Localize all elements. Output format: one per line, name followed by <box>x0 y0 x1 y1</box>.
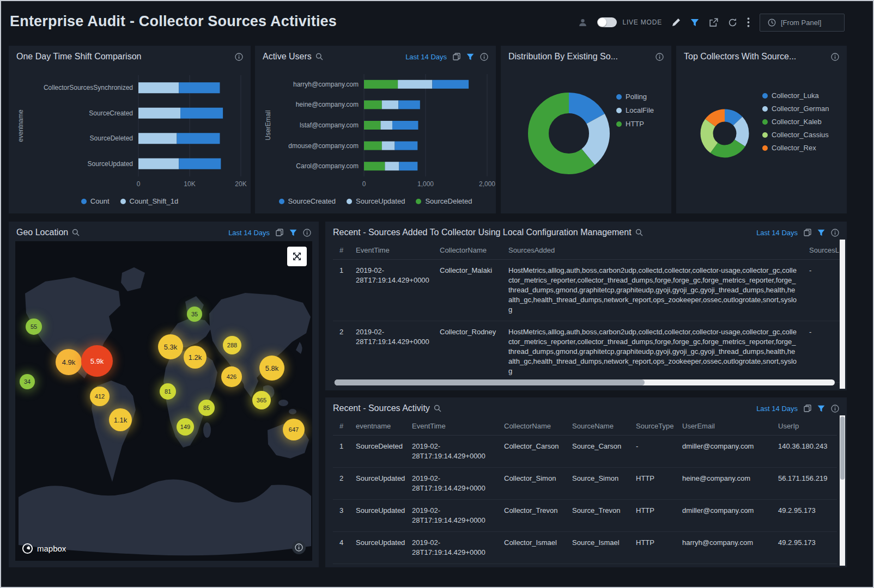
legend-item[interactable]: Collector_Cassius <box>762 131 829 139</box>
vertical-scrollbar[interactable] <box>840 415 845 566</box>
table-row[interactable]: 4SourceUpdated2019-02-28T17:19:14.429+00… <box>333 532 837 564</box>
info-icon[interactable] <box>831 53 839 61</box>
bar-segment[interactable] <box>177 133 220 144</box>
bar-segment[interactable] <box>138 108 180 119</box>
column-header[interactable]: eventname <box>349 417 405 436</box>
column-header[interactable]: EventTime <box>405 417 497 436</box>
legend-item[interactable]: Collector_Kaleb <box>762 118 829 126</box>
filter-funnel-icon[interactable] <box>817 405 825 412</box>
map-cluster-bubble[interactable]: 55 <box>26 318 42 335</box>
bar-segment[interactable] <box>179 158 221 169</box>
column-header[interactable]: UserIp <box>772 417 837 436</box>
copy-icon[interactable] <box>804 229 811 236</box>
filter-funnel-icon[interactable] <box>690 19 699 27</box>
info-icon[interactable] <box>831 229 839 237</box>
legend-item[interactable]: Collector_Luka <box>762 91 829 100</box>
bar-segment[interactable] <box>138 82 179 93</box>
global-time-range-selector[interactable]: [From Panel] <box>760 14 845 32</box>
bar-segment[interactable] <box>398 100 420 109</box>
map-cluster-bubble[interactable]: 35 <box>187 307 202 322</box>
legend-item[interactable]: Count_Shift_1d <box>120 197 179 205</box>
bar-segment[interactable] <box>398 80 432 89</box>
table-row[interactable]: 22019-02-28T17:19:14.429+0000Collector_R… <box>333 321 845 383</box>
legend-item[interactable]: Collector_Rex <box>762 144 829 152</box>
table-row[interactable]: 12019-02-28T17:19:14.429+0000Collector_M… <box>333 260 845 321</box>
bar-segment[interactable] <box>399 162 417 170</box>
map-cluster-bubble[interactable]: 81 <box>160 383 176 400</box>
map-cluster-bubble[interactable]: 5.8k <box>259 356 284 381</box>
bar-segment[interactable] <box>364 121 381 130</box>
legend-item[interactable]: SourceUpdated <box>347 197 405 205</box>
bar-segment[interactable] <box>364 100 382 109</box>
column-header[interactable]: # <box>333 241 349 260</box>
info-icon[interactable] <box>831 405 839 413</box>
copy-icon[interactable] <box>453 53 460 60</box>
map-cluster-bubble[interactable]: 4.9k <box>56 349 82 375</box>
column-header[interactable]: EventTime <box>349 241 433 260</box>
bar-segment[interactable] <box>395 142 418 150</box>
map-expand-button[interactable] <box>287 247 307 266</box>
magnifier-icon[interactable] <box>434 405 441 412</box>
legend-item[interactable]: Collector_German <box>762 105 829 113</box>
map-cluster-bubble[interactable]: 85 <box>198 400 215 416</box>
map-cluster-bubble[interactable]: 34 <box>20 374 35 389</box>
bar-segment[interactable] <box>364 142 382 150</box>
copy-icon[interactable] <box>804 405 811 412</box>
column-header[interactable]: CollectorName <box>497 417 566 436</box>
map-cluster-bubble[interactable]: 5.3k <box>158 334 183 359</box>
map-cluster-bubble[interactable]: 365 <box>252 391 271 409</box>
bar-segment[interactable] <box>392 121 418 130</box>
map-cluster-bubble[interactable]: 426 <box>221 366 242 387</box>
copy-icon[interactable] <box>276 229 283 236</box>
column-header[interactable]: # <box>333 417 349 436</box>
column-header[interactable]: CollectorName <box>433 241 502 260</box>
map-cluster-bubble[interactable]: 647 <box>283 419 305 440</box>
time-range-link[interactable]: Last 14 Days <box>228 229 270 237</box>
share-export-icon[interactable] <box>709 18 718 27</box>
bar-segment[interactable] <box>432 80 469 89</box>
magnifier-icon[interactable] <box>635 229 643 236</box>
bar-segment[interactable] <box>382 142 395 150</box>
time-range-link[interactable]: Last 14 Days <box>756 405 798 413</box>
bar-segment[interactable] <box>179 82 220 93</box>
vertical-scrollbar[interactable] <box>840 240 845 389</box>
time-range-link[interactable]: Last 14 Days <box>756 229 798 237</box>
table-row[interactable]: 2SourceUpdated2019-02-28T17:19:14.429+00… <box>333 468 837 500</box>
bar-segment[interactable] <box>364 162 385 170</box>
map-cluster-bubble[interactable]: 412 <box>90 387 110 406</box>
table-row[interactable]: 1SourceDeleted2019-02-28T17:19:14.429+00… <box>333 436 837 468</box>
legend-item[interactable]: LocalFile <box>616 106 654 114</box>
scrollbar-thumb[interactable] <box>335 379 645 385</box>
geo-map[interactable]: 55344.9k5.9k4121.1k355.3k1.2k28881426851… <box>15 241 312 561</box>
bar-segment[interactable] <box>382 100 399 109</box>
info-icon[interactable] <box>235 53 243 61</box>
bar-segment[interactable] <box>138 133 177 144</box>
legend-item[interactable]: Polling <box>616 93 654 101</box>
legend-item[interactable]: SourceDeleted <box>416 197 472 205</box>
bar-segment[interactable] <box>385 162 399 170</box>
legend-item[interactable]: HTTP <box>616 120 654 128</box>
column-header[interactable]: SourcesAdded <box>502 241 803 260</box>
table-row[interactable]: 5SourceDeleted2019-02-28T17:19:14.429+00… <box>333 564 837 568</box>
map-cluster-bubble[interactable]: 5.9k <box>81 345 113 377</box>
info-icon[interactable] <box>303 229 311 237</box>
legend-item[interactable]: Count <box>81 197 110 205</box>
user-icon[interactable] <box>578 18 587 27</box>
magnifier-icon[interactable] <box>315 53 323 60</box>
filter-funnel-icon[interactable] <box>466 53 474 60</box>
column-header[interactable]: SourcesL <box>803 241 845 260</box>
column-header[interactable]: SourceType <box>629 417 676 436</box>
map-cluster-bubble[interactable]: 288 <box>223 336 241 354</box>
map-cluster-bubble[interactable]: 1.1k <box>109 408 132 431</box>
refresh-icon[interactable] <box>728 18 737 27</box>
bar-segment[interactable] <box>138 158 179 169</box>
live-mode-toggle[interactable] <box>597 17 617 27</box>
map-attribution-info-icon[interactable] <box>292 541 306 554</box>
column-header[interactable]: UserEmail <box>676 417 772 436</box>
time-range-link[interactable]: Last 14 Days <box>405 53 447 61</box>
info-icon[interactable] <box>656 53 664 61</box>
edit-pencil-icon[interactable] <box>672 18 681 27</box>
column-header[interactable]: SourceName <box>566 417 629 436</box>
magnifier-icon[interactable] <box>72 229 80 236</box>
filter-funnel-icon[interactable] <box>817 229 825 236</box>
